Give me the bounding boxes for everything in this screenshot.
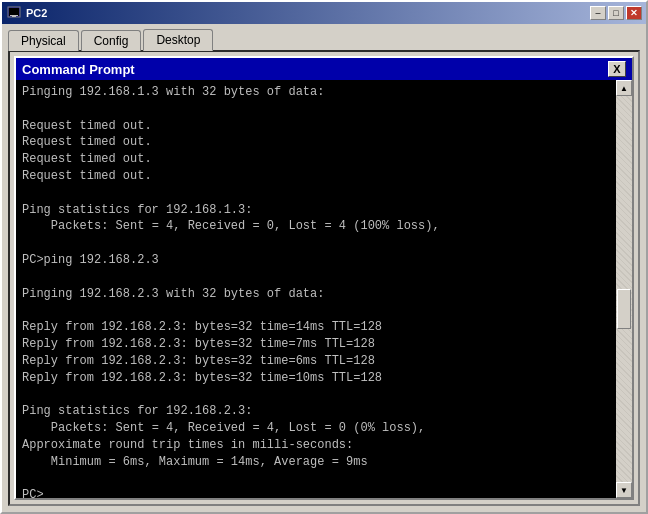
command-prompt-window: Command Prompt X Pinging 192.168.1.3 wit… (14, 56, 634, 500)
window-title: PC2 (26, 7, 590, 19)
maximize-button[interactable]: □ (608, 6, 624, 20)
close-button[interactable]: ✕ (626, 6, 642, 20)
main-window: PC2 – □ ✕ Physical Config Desktop Comman… (0, 0, 648, 514)
tab-desktop[interactable]: Desktop (143, 29, 213, 51)
cmd-close-button[interactable]: X (608, 61, 626, 77)
cmd-title-text: Command Prompt (22, 62, 608, 77)
svg-rect-2 (10, 15, 18, 16)
svg-rect-1 (9, 8, 19, 16)
terminal-output[interactable]: Pinging 192.168.1.3 with 32 bytes of dat… (16, 80, 616, 498)
content-area: Command Prompt X Pinging 192.168.1.3 wit… (8, 50, 640, 506)
tab-physical[interactable]: Physical (8, 30, 79, 51)
scrollbar: ▲ ▼ (616, 80, 632, 498)
tabs-bar: Physical Config Desktop (2, 24, 646, 50)
cmd-title-bar: Command Prompt X (16, 58, 632, 80)
window-icon (6, 5, 22, 21)
scroll-down-button[interactable]: ▼ (616, 482, 632, 498)
scrollbar-track[interactable] (616, 96, 632, 482)
scroll-up-button[interactable]: ▲ (616, 80, 632, 96)
cmd-body: Pinging 192.168.1.3 with 32 bytes of dat… (16, 80, 632, 498)
minimize-button[interactable]: – (590, 6, 606, 20)
svg-rect-3 (12, 16, 16, 17)
window-controls: – □ ✕ (590, 6, 642, 20)
scrollbar-thumb[interactable] (617, 289, 631, 329)
title-bar: PC2 – □ ✕ (2, 2, 646, 24)
tab-config[interactable]: Config (81, 30, 142, 51)
